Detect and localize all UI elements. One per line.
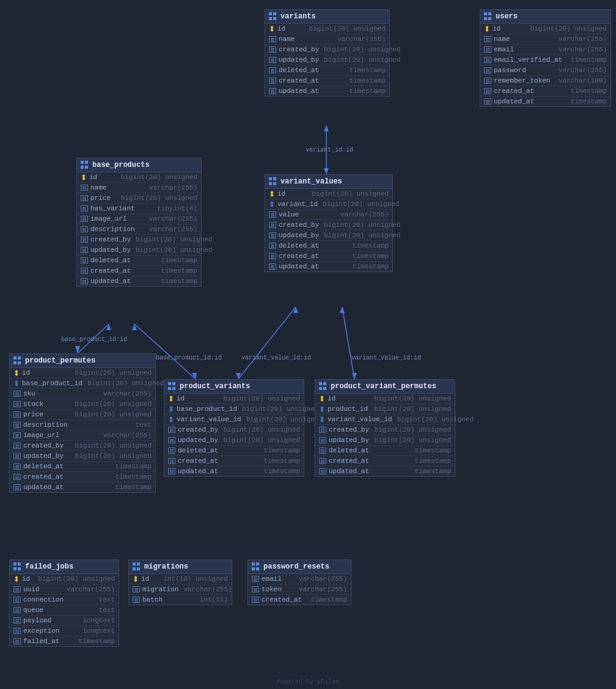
- table-row: email varchar(255): [248, 574, 351, 584]
- table-row: deleted_at timestamp: [315, 446, 455, 456]
- table-row: deleted_at timestamp: [10, 462, 155, 472]
- table-row: uuid varchar(255): [10, 584, 119, 595]
- table-row: id bigint(20) unsigned: [480, 24, 610, 34]
- table-row: created_by bigint(20) unsigned: [77, 235, 201, 245]
- svg-marker-9: [192, 373, 197, 379]
- table-row: description varchar(255): [77, 224, 201, 235]
- table-row: name varchar(255): [265, 34, 389, 45]
- table-product-variants[interactable]: product_variants id bigint(20) unsigned …: [164, 379, 304, 477]
- svg-text:base_product_id:id: base_product_id:id: [61, 336, 127, 343]
- table-product-permutes[interactable]: product_permutes id bigint(20) unsigned …: [9, 353, 156, 493]
- table-base-products[interactable]: base_products id bigint(20) unsigned nam…: [76, 158, 202, 287]
- table-row: product_id bigint(20) unsigned: [315, 404, 455, 415]
- table-row: id bigint(20) unsigned: [265, 24, 389, 34]
- table-row: variant_value_id bigint(20) unsigned: [164, 415, 304, 425]
- table-row: name varchar(255): [480, 34, 610, 45]
- table-header-base-products: base_products: [77, 158, 201, 172]
- table-row: exception longtext: [10, 626, 119, 636]
- table-row: updated_by bigint(20) unsigned: [265, 55, 389, 65]
- table-header-migrations: migrations: [129, 560, 232, 574]
- table-header-users: users: [480, 10, 610, 24]
- table-header-failed-jobs: failed_jobs: [10, 560, 119, 574]
- table-row: password varchar(255): [480, 65, 610, 76]
- table-row: id bigint(20) unsigned: [77, 172, 201, 183]
- footer-label: Powered by yFiles: [0, 679, 616, 685]
- table-header-password-resets: password_resets: [248, 560, 351, 574]
- table-header-variants: variants: [265, 10, 389, 24]
- table-row: value varchar(255): [265, 210, 392, 220]
- table-row: updated_by bigint(20) unsigned: [164, 435, 304, 446]
- svg-marker-14: [293, 307, 298, 313]
- table-migrations[interactable]: migrations id int(10) unsigned migration…: [128, 559, 232, 605]
- table-header-product-permutes: product_permutes: [10, 354, 155, 368]
- table-row: image_url varchar(255): [10, 430, 155, 441]
- table-password-resets[interactable]: password_resets email varchar(255) token…: [248, 559, 351, 605]
- table-row: id int(10) unsigned: [129, 574, 232, 584]
- table-row: updated_at timestamp: [77, 276, 201, 286]
- svg-text:base_product_id:id: base_product_id:id: [156, 355, 222, 361]
- table-row: updated_at timestamp: [265, 262, 392, 271]
- svg-marker-2: [324, 125, 329, 131]
- table-row: image_url varchar(255): [77, 214, 201, 224]
- table-row: updated_by bigint(20) unsigned: [315, 435, 455, 446]
- table-row: deleted_at timestamp: [265, 65, 389, 76]
- svg-text:variant_value_id:id: variant_value_id:id: [241, 355, 311, 361]
- table-header-product-variants: product_variants: [164, 380, 304, 394]
- db-canvas: variant_id:id base_product_id:id base_pr…: [0, 0, 616, 689]
- svg-marker-13: [236, 373, 241, 379]
- table-row: created_by bigint(20) unsigned: [10, 441, 155, 451]
- table-row: base_product_id bigint(20) unsigned: [10, 378, 155, 389]
- table-row: id bigint(20) unsigned: [265, 189, 392, 199]
- table-row: created_by bigint(20) unsigned: [265, 220, 392, 230]
- table-row: created_at timestamp: [248, 595, 351, 605]
- svg-marker-6: [106, 324, 111, 330]
- svg-marker-5: [75, 346, 80, 353]
- table-row: stock bigint(20) unsigned: [10, 399, 155, 410]
- table-row: id bigint(20) unsigned: [315, 394, 455, 404]
- table-row: variant_id bigint(20) unsigned: [265, 199, 392, 210]
- table-row: id bigint(20) unsigned: [10, 368, 155, 378]
- table-users[interactable]: users id bigint(20) unsigned name varcha…: [480, 9, 611, 107]
- table-product-variant-permutes[interactable]: product_variant_permutes id bigint(20) u…: [315, 379, 455, 477]
- table-row: payload longtext: [10, 616, 119, 626]
- svg-marker-17: [352, 373, 357, 379]
- table-row: has_variant tinyint(4): [77, 204, 201, 214]
- table-row: remember_token varchar(100): [480, 76, 610, 86]
- table-row: deleted_at timestamp: [77, 256, 201, 266]
- table-row: updated_at timestamp: [315, 466, 455, 476]
- table-row: created_by bigint(20) unsigned: [164, 425, 304, 435]
- table-row: updated_at timestamp: [164, 466, 304, 476]
- table-row: updated_at timestamp: [480, 97, 610, 106]
- table-row: created_at timestamp: [265, 251, 392, 262]
- table-row: created_at timestamp: [164, 456, 304, 466]
- table-row: base_product_id bigint(20) unsigned: [164, 404, 304, 415]
- table-row: created_by bigint(20) unsigned: [265, 45, 389, 55]
- svg-text:variant_value_id:id: variant_value_id:id: [351, 355, 421, 361]
- table-row: price bigint(20) unsigned: [77, 193, 201, 204]
- table-row: price bigint(20) unsigned: [10, 410, 155, 420]
- table-row: created_at timestamp: [480, 86, 610, 97]
- table-row: description text: [10, 420, 155, 430]
- table-row: failed_at timestamp: [10, 636, 119, 646]
- svg-marker-1: [324, 168, 329, 174]
- table-row: migration varchar(255): [129, 584, 232, 595]
- table-row: batch int(11): [129, 595, 232, 605]
- table-row: created_at timestamp: [315, 456, 455, 466]
- table-header-variant-values: variant_values: [265, 175, 392, 189]
- table-row: created_at timestamp: [265, 76, 389, 86]
- table-row: updated_at timestamp: [265, 86, 389, 96]
- svg-line-12: [238, 307, 296, 379]
- table-row: email varchar(255): [480, 45, 610, 55]
- table-row: token varchar(255): [248, 584, 351, 595]
- table-variants[interactable]: variants id bigint(20) unsigned name var…: [265, 9, 390, 97]
- table-row: deleted_at timestamp: [265, 241, 392, 251]
- table-row: updated_at timestamp: [10, 482, 155, 492]
- table-row: id bigint(20) unsigned: [164, 394, 304, 404]
- table-row: sku varchar(255): [10, 389, 155, 399]
- table-row: name varchar(255): [77, 183, 201, 193]
- table-row: deleted_at timestamp: [164, 446, 304, 456]
- svg-marker-18: [340, 307, 345, 313]
- table-row: created_by bigint(20) unsigned: [315, 425, 455, 435]
- table-variant-values[interactable]: variant_values id bigint(20) unsigned va…: [265, 174, 393, 272]
- table-failed-jobs[interactable]: failed_jobs id bigint(20) unsigned uuid …: [9, 559, 119, 647]
